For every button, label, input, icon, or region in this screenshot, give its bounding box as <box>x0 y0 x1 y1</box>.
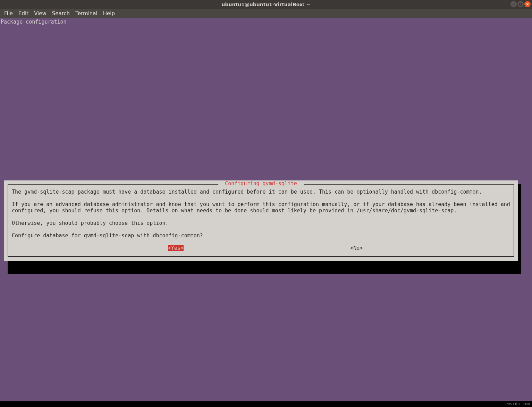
package-configuration-label: Package configuration <box>0 18 67 26</box>
menu-view[interactable]: View <box>31 9 49 18</box>
menu-file[interactable]: File <box>1 9 16 18</box>
dialog-text-3: Otherwise, you should probably choose th… <box>12 220 510 226</box>
yes-button[interactable]: <Yes> <box>168 245 184 251</box>
terminal-inner: Package configuration Configuring gvmd-s… <box>0 18 532 401</box>
dialog-title: Configuring gvmd-sqlite <box>218 180 304 187</box>
menu-edit[interactable]: Edit <box>16 9 31 18</box>
close-button[interactable] <box>524 1 531 7</box>
menu-terminal[interactable]: Terminal <box>73 9 100 18</box>
window-title: ubuntu1@ubuntu1-VirtualBox: ~ <box>221 2 310 7</box>
minimize-icon <box>512 2 515 6</box>
minimize-button[interactable] <box>510 1 517 7</box>
svg-rect-1 <box>520 3 522 5</box>
close-icon <box>526 2 529 6</box>
dialog-frame: Configuring gvmd-sqlite The gvmd-sqlite-… <box>8 184 514 257</box>
screen: ubuntu1@ubuntu1-VirtualBox: ~ File Edit … <box>0 0 532 407</box>
watermark-text: wsxdn.com <box>507 401 530 406</box>
no-button[interactable]: <No> <box>350 245 363 251</box>
dialog-text-2: If you are an advanced database administ… <box>12 201 510 214</box>
menu-search[interactable]: Search <box>49 9 73 18</box>
dialog-text-4: Configure database for gvmd-sqlite-scap … <box>12 232 510 239</box>
terminal-scrollbar[interactable] <box>526 18 532 401</box>
window-controls <box>510 1 531 7</box>
menu-help[interactable]: Help <box>100 9 118 18</box>
scroll-thumb[interactable] <box>526 18 532 401</box>
maximize-icon <box>519 2 522 6</box>
bottom-bar: wsxdn.com <box>0 401 532 407</box>
window-titlebar: ubuntu1@ubuntu1-VirtualBox: ~ <box>0 0 532 9</box>
dialog-body: The gvmd-sqlite-scap package must have a… <box>12 189 510 251</box>
maximize-button[interactable] <box>517 1 524 7</box>
dialog-buttons-row: <Yes> <No> <box>12 245 510 251</box>
terminal-area[interactable]: Package configuration Configuring gvmd-s… <box>0 18 532 401</box>
configure-dialog: Configuring gvmd-sqlite The gvmd-sqlite-… <box>4 180 518 261</box>
menubar: File Edit View Search Terminal Help <box>0 9 532 18</box>
dialog-text-1: The gvmd-sqlite-scap package must have a… <box>12 189 510 195</box>
